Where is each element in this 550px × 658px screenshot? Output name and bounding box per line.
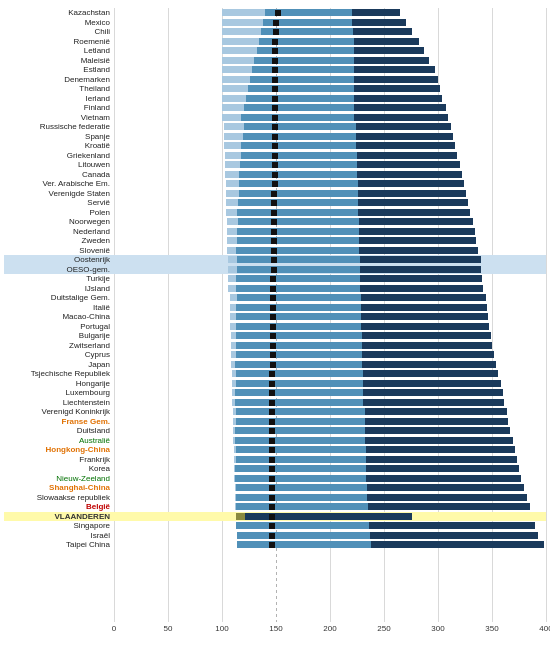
- bar-row: [114, 132, 546, 142]
- country-label: IJsland: [4, 284, 114, 294]
- bar-row: [114, 198, 546, 208]
- bar-segment-dark: [354, 66, 435, 73]
- bar-row: [114, 540, 546, 550]
- score-marker: [269, 371, 275, 377]
- bar-segment-light: [222, 66, 252, 73]
- score-marker: [272, 67, 278, 73]
- bar-segment-light: [225, 152, 241, 159]
- bar-segment-dark: [358, 190, 466, 197]
- bar-segment-light: [226, 190, 239, 197]
- bar-segment-dark: [354, 95, 443, 102]
- score-marker: [272, 39, 278, 45]
- bar-segment-dark: [360, 275, 482, 282]
- bar-segment-dark: [366, 446, 515, 453]
- axis-tick-label: 100: [215, 624, 228, 633]
- bar-segment-dark: [359, 218, 472, 225]
- bar-segment-dark: [361, 313, 487, 320]
- axis-tick-label: 200: [323, 624, 336, 633]
- bar-segment-mid: [236, 380, 363, 387]
- bar-segment-light: [228, 266, 237, 273]
- country-label: OESO-gem.: [4, 265, 114, 275]
- score-marker: [272, 143, 278, 149]
- score-marker: [270, 352, 276, 358]
- bar-segment-dark: [362, 361, 496, 368]
- country-label: Kazachstan: [4, 8, 114, 18]
- bar-segment-dark: [359, 237, 476, 244]
- bar-segment-mid: [237, 228, 359, 235]
- score-marker: [272, 181, 278, 187]
- score-marker: [269, 381, 275, 387]
- bar-row: [114, 417, 546, 427]
- bar-segment-mid: [236, 522, 369, 529]
- score-marker: [273, 20, 279, 26]
- bar-row: [114, 179, 546, 189]
- bar-row: [114, 483, 546, 493]
- score-marker: [269, 523, 275, 529]
- bar-row: [114, 151, 546, 161]
- bar-row: [114, 94, 546, 104]
- country-label: Shanghai-China: [4, 483, 114, 493]
- score-marker: [270, 295, 276, 301]
- bar-segment-mid: [248, 85, 354, 92]
- bar-segment-mid: [236, 351, 362, 358]
- bar-segment-dark: [356, 142, 455, 149]
- bar-row: [114, 284, 546, 294]
- bar-segment-mid: [236, 494, 367, 501]
- bar-segment-light: [227, 218, 238, 225]
- bar-segment-light: [227, 237, 237, 244]
- country-label: Russische federatie: [4, 122, 114, 132]
- bar-segment-mid: [241, 152, 357, 159]
- country-label: Estland: [4, 65, 114, 75]
- bar-segment-dark: [360, 256, 481, 263]
- bar-segment-dark: [361, 323, 488, 330]
- bar-segment-light: [222, 47, 257, 54]
- bar-segment-dark: [357, 152, 457, 159]
- score-marker: [271, 191, 277, 197]
- country-label: Denemarken: [4, 75, 114, 85]
- country-label: Cyprus: [4, 350, 114, 360]
- bar-segment-mid: [237, 541, 371, 548]
- country-label: Israël: [4, 531, 114, 541]
- country-label: Theiland: [4, 84, 114, 94]
- bar-segment-dark: [356, 123, 451, 130]
- bar-segment-mid: [244, 123, 356, 130]
- country-label: Finland: [4, 103, 114, 113]
- bar-row: [114, 531, 546, 541]
- bar-segment-mid: [240, 161, 357, 168]
- bar-segment-light: [230, 304, 236, 311]
- axis-tick-label: 0: [112, 624, 116, 633]
- score-marker: [273, 29, 279, 35]
- bar-segment-dark: [363, 370, 498, 377]
- axis-tick-label: 150: [269, 624, 282, 633]
- bar-segment-dark: [358, 199, 468, 206]
- bar-segment-dark: [353, 28, 412, 35]
- score-marker: [269, 390, 275, 396]
- bar-segment-dark: [354, 85, 440, 92]
- bar-row: [114, 464, 546, 474]
- bar-row: [114, 474, 546, 484]
- bar-row: [114, 331, 546, 341]
- score-marker: [271, 248, 277, 254]
- country-label: Nederland: [4, 227, 114, 237]
- country-labels: KazachstanMexicoChiliRoemeniëLetlandMale…: [4, 8, 114, 638]
- score-marker: [269, 447, 275, 453]
- country-label: VLAANDEREN: [4, 512, 114, 522]
- score-marker: [269, 409, 275, 415]
- bar-row: [114, 236, 546, 246]
- score-marker: [271, 219, 277, 225]
- grid-line: [546, 8, 547, 622]
- bar-segment-dark: [365, 437, 513, 444]
- country-label: Australië: [4, 436, 114, 446]
- bar-segment-mid: [236, 247, 359, 254]
- bar-segment-mid: [236, 503, 368, 510]
- bar-row: [114, 75, 546, 85]
- score-marker: [271, 257, 277, 263]
- bar-row: [114, 512, 546, 522]
- bar-row: [114, 56, 546, 66]
- score-marker: [269, 514, 275, 520]
- bar-segment-dark: [365, 418, 509, 425]
- bar-row: [114, 445, 546, 455]
- country-label: Singapore: [4, 521, 114, 531]
- chart-container: KazachstanMexicoChiliRoemeniëLetlandMale…: [0, 0, 550, 658]
- bar-segment-mid: [237, 237, 359, 244]
